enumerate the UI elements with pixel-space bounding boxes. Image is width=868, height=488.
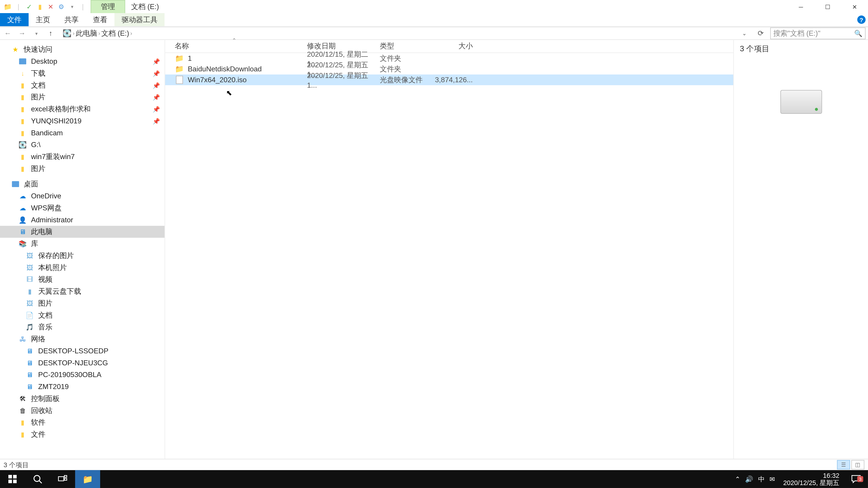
ime-indicator[interactable]: 中 bbox=[758, 475, 765, 484]
qat-close-icon[interactable]: ✕ bbox=[45, 1, 56, 12]
file-list[interactable]: ⌃ 名称 修改日期 类型 大小 ⬉ 📁12020/12/15, 星期二 1...… bbox=[165, 40, 733, 459]
qat-checkbox-icon[interactable]: ✓ bbox=[24, 1, 34, 12]
nav-recent-dropdown[interactable]: ▾ bbox=[31, 31, 41, 36]
tray-overflow-icon[interactable]: ⌃ bbox=[735, 475, 740, 483]
contextual-tab-management[interactable]: 管理 bbox=[91, 0, 125, 13]
ribbon-tab-home[interactable]: 主页 bbox=[29, 13, 57, 26]
cell-date: 2020/12/25, 星期五 1... bbox=[307, 71, 380, 89]
sidebar-item-cameraroll[interactable]: 🖼本机照片 bbox=[0, 262, 164, 273]
svg-rect-3 bbox=[13, 480, 17, 483]
qat-separator-icon: | bbox=[13, 1, 24, 12]
view-large-icons-button[interactable]: ◫ bbox=[851, 460, 864, 469]
search-icon[interactable]: 🔍 bbox=[854, 30, 863, 37]
column-name[interactable]: 名称 bbox=[175, 41, 307, 51]
pin-icon: 📌 bbox=[153, 58, 160, 65]
action-center-button[interactable]: 3 bbox=[848, 475, 864, 483]
pictures-icon: ▮ bbox=[18, 93, 27, 101]
sidebar-item-pc2[interactable]: 🖥DESKTOP-NJEU3CG bbox=[0, 357, 164, 369]
sidebar-item-pc3[interactable]: 🖥PC-20190530OBLA bbox=[0, 369, 164, 381]
cell-size: 3,874,126... bbox=[439, 76, 475, 84]
qat-dropdown-icon[interactable]: ▾ bbox=[67, 1, 77, 12]
sidebar-item-gdrive[interactable]: 💽G:\ bbox=[0, 139, 164, 151]
sidebar-item-bandicam[interactable]: ▮Bandicam bbox=[0, 127, 164, 139]
sidebar-item-admin[interactable]: 👤Administrator bbox=[0, 214, 164, 226]
sidebar-item-controlpanel[interactable]: 🛠控制面板 bbox=[0, 393, 164, 404]
qat-folder-icon[interactable]: ▮ bbox=[35, 1, 45, 12]
sidebar-item-pictures3[interactable]: 🖼图片 bbox=[0, 297, 164, 309]
sidebar-item-file[interactable]: ▮文件 bbox=[0, 428, 164, 440]
search-input[interactable]: 搜索"文档 (E:)" 🔍 bbox=[770, 27, 866, 39]
ribbon-tab-view[interactable]: 查看 bbox=[86, 13, 115, 26]
search-button[interactable] bbox=[25, 470, 50, 488]
ribbon-tab-file[interactable]: 文件 bbox=[0, 13, 29, 26]
sidebar-item-library[interactable]: 📚库 bbox=[0, 238, 164, 250]
column-size[interactable]: 大小 bbox=[439, 41, 475, 51]
sidebar-item-wps[interactable]: ☁WPS网盘 bbox=[0, 202, 164, 214]
chevron-right-icon[interactable]: › bbox=[73, 31, 74, 36]
qat-properties-icon[interactable]: ⚙ bbox=[56, 1, 67, 12]
breadcrumb[interactable]: 💽 › 此电脑 › 文档 (E:) › ⌄ bbox=[60, 28, 751, 39]
sidebar-item-excel[interactable]: ▮excel表格制作求和📌 bbox=[0, 103, 164, 115]
cell-name: 📁1 bbox=[175, 54, 307, 63]
cell-name: 📁BaiduNetdiskDownload bbox=[175, 64, 307, 74]
sidebar-item-pictures[interactable]: ▮图片📌 bbox=[0, 91, 164, 103]
address-dropdown-icon[interactable]: ⌄ bbox=[741, 31, 748, 36]
sidebar-item-pc4[interactable]: 🖥ZMT2019 bbox=[0, 381, 164, 393]
sidebar-item-desktop[interactable]: Desktop📌 bbox=[0, 55, 164, 67]
close-button[interactable]: ✕ bbox=[841, 0, 868, 13]
maximize-button[interactable]: ☐ bbox=[814, 0, 841, 13]
folder-icon: ▮ bbox=[18, 164, 27, 173]
view-details-button[interactable]: ☰ bbox=[837, 460, 850, 469]
sidebar-item-this-pc[interactable]: 🖥此电脑 bbox=[0, 226, 164, 238]
sidebar-label: G:\ bbox=[31, 140, 40, 149]
drive-thumbnail-icon bbox=[780, 90, 822, 113]
sidebar-label: 此电脑 bbox=[31, 227, 53, 237]
nav-forward-button[interactable]: → bbox=[17, 29, 27, 37]
svg-rect-7 bbox=[64, 476, 67, 477]
sidebar-item-yunqi[interactable]: ▮YUNQISHI2019📌 bbox=[0, 115, 164, 127]
chevron-right-icon[interactable]: › bbox=[98, 31, 100, 36]
chevron-right-icon[interactable]: › bbox=[130, 31, 132, 36]
sidebar-item-downloads[interactable]: ↓下载📌 bbox=[0, 67, 164, 79]
refresh-button[interactable]: ⟳ bbox=[755, 29, 767, 37]
sidebar-item-pictures2[interactable]: ▮图片 bbox=[0, 163, 164, 175]
sidebar-item-music[interactable]: 🎵音乐 bbox=[0, 321, 164, 333]
user-icon: 👤 bbox=[18, 216, 27, 224]
crumb-current[interactable]: 文档 (E:) bbox=[101, 28, 129, 38]
file-row[interactable]: Win7x64_2020.iso2020/12/25, 星期五 1...光盘映像… bbox=[165, 74, 733, 85]
taskbar-explorer-button[interactable]: 📁 bbox=[75, 470, 100, 488]
volume-icon[interactable]: 🔊 bbox=[745, 475, 753, 483]
ribbon-tab-share[interactable]: 共享 bbox=[57, 13, 86, 26]
desktop-icon bbox=[18, 57, 27, 66]
sidebar-desktop-root[interactable]: 桌面 bbox=[0, 178, 164, 190]
file-row[interactable]: 📁12020/12/15, 星期二 1...文件夹 bbox=[165, 53, 733, 64]
sidebar-item-network[interactable]: 🖧网络 bbox=[0, 333, 164, 345]
start-button[interactable] bbox=[0, 470, 25, 488]
sidebar-item-documents[interactable]: ▮文档📌 bbox=[0, 79, 164, 91]
file-row[interactable]: 📁BaiduNetdiskDownload2020/12/25, 星期五 1..… bbox=[165, 64, 733, 74]
sidebar-item-pc1[interactable]: 🖥DESKTOP-LSSOEDP bbox=[0, 345, 164, 357]
taskbar-clock[interactable]: 16:32 2020/12/25, 星期五 bbox=[780, 472, 843, 486]
sidebar-item-software[interactable]: ▮软件 bbox=[0, 416, 164, 428]
sidebar-item-onedrive[interactable]: ☁OneDrive bbox=[0, 190, 164, 202]
sidebar-item-documents3[interactable]: 📄文档 bbox=[0, 309, 164, 321]
sidebar-item-recycle[interactable]: 🗑回收站 bbox=[0, 404, 164, 417]
sidebar-item-tianyi[interactable]: ▮天翼云盘下载 bbox=[0, 285, 164, 297]
ribbon-tab-driver-tools[interactable]: 驱动器工具 bbox=[114, 13, 164, 26]
pc-icon: 🖥 bbox=[25, 347, 35, 355]
nav-up-button[interactable]: ↑ bbox=[45, 29, 56, 37]
sidebar-quick-access[interactable]: ★快速访问 bbox=[0, 43, 164, 56]
sidebar-label: 快速访问 bbox=[24, 44, 53, 55]
help-icon[interactable]: ? bbox=[857, 15, 866, 24]
sidebar-item-savedpics[interactable]: 🖼保存的图片 bbox=[0, 250, 164, 262]
app-icon: 📁 bbox=[2, 1, 13, 12]
tray-app-icon[interactable]: ✉ bbox=[770, 475, 775, 483]
notification-badge: 3 bbox=[857, 476, 863, 482]
task-view-button[interactable] bbox=[50, 470, 75, 488]
crumb-this-pc[interactable]: 此电脑 bbox=[76, 28, 97, 38]
minimize-button[interactable]: ─ bbox=[787, 0, 814, 13]
sidebar-item-win7[interactable]: ▮win7重装win7 bbox=[0, 151, 164, 163]
sidebar-item-video[interactable]: 🎞视频 bbox=[0, 273, 164, 286]
nav-back-button[interactable]: ← bbox=[2, 29, 13, 37]
column-type[interactable]: 类型 bbox=[380, 41, 439, 51]
